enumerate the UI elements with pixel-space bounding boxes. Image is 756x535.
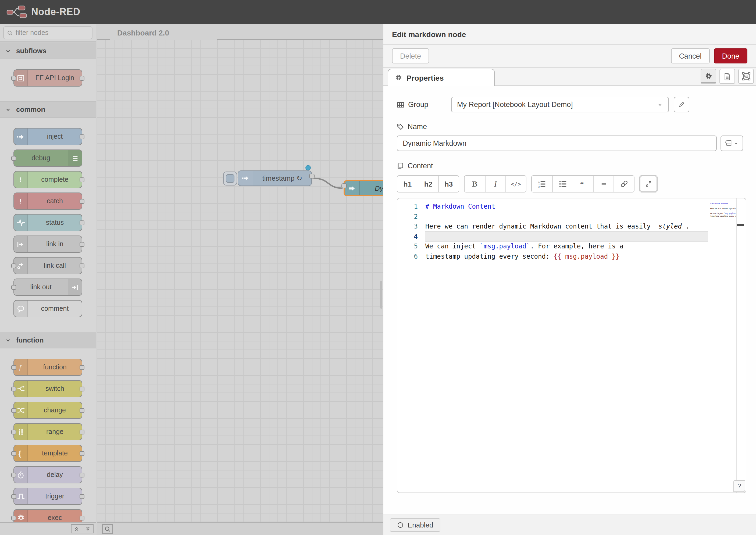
- palette-node-catch[interactable]: !catch: [14, 192, 82, 210]
- editor-type-button-appearance[interactable]: [738, 69, 754, 84]
- code-button[interactable]: </>: [505, 176, 526, 192]
- inject-icon: [17, 132, 25, 141]
- editor-type-button-gear[interactable]: [701, 69, 716, 84]
- node-dynamic-markdown[interactable]: Dynamic Markdown: [344, 180, 383, 196]
- node-timestamp[interactable]: timestamp ↻: [238, 170, 312, 186]
- palette-search-placeholder: filter nodes: [15, 29, 48, 37]
- node-port: [11, 494, 16, 499]
- inject-icon: [241, 174, 249, 182]
- change-icon: [16, 406, 25, 414]
- tray-footer: Enabled: [383, 515, 756, 535]
- table-icon: [397, 101, 404, 108]
- node-port: [80, 263, 84, 268]
- palette-node-link-out[interactable]: link out: [14, 278, 82, 296]
- palette-collapse-all-button[interactable]: [71, 524, 82, 533]
- h1-button[interactable]: h1: [397, 176, 418, 192]
- doc-icon: [723, 72, 731, 80]
- palette-node-label: comment: [28, 300, 82, 317]
- canvas-vertical-scrollbar[interactable]: [380, 281, 382, 309]
- wire-timestamp-to-markdown: [97, 40, 383, 384]
- hr-button[interactable]: [593, 176, 613, 192]
- palette-category-subflows[interactable]: subflows: [0, 42, 96, 59]
- palette-search-input[interactable]: filter nodes: [3, 26, 93, 39]
- palette-category-common[interactable]: common: [0, 101, 96, 118]
- palette-node-label: change: [28, 402, 82, 418]
- svg-text:ƒ: ƒ: [19, 363, 22, 371]
- node-output-port[interactable]: [309, 173, 315, 178]
- palette-scroll-area: subflowsFF API Logincommoninjectdebug!co…: [0, 42, 96, 522]
- flow-workspace[interactable]: timestamp ↻ Dynamic Markdown: [97, 40, 383, 522]
- exec-icon: [17, 514, 24, 521]
- flow-canvas: Dashboard 2.0 timestamp ↻ Dynamic Markdo…: [97, 24, 383, 535]
- palette-node-link-in[interactable]: link in: [14, 236, 82, 253]
- tab-properties[interactable]: Properties: [388, 69, 495, 86]
- editor-scroll-marker[interactable]: [737, 224, 744, 226]
- palette-node-inject[interactable]: inject: [14, 128, 82, 145]
- link-out-icon: [71, 283, 79, 291]
- palette-node-switch[interactable]: switch: [14, 380, 82, 397]
- palette-node-complete[interactable]: !complete: [14, 171, 82, 188]
- link-button[interactable]: [613, 176, 634, 192]
- palette-node-template[interactable]: {template: [14, 445, 82, 462]
- palette-node-debug[interactable]: debug: [14, 150, 82, 167]
- canvas-zoom-search-button[interactable]: [102, 524, 113, 534]
- node-port: [11, 451, 16, 456]
- palette-node-link-call[interactable]: link call: [14, 257, 82, 274]
- edit-group-button[interactable]: [674, 97, 689, 112]
- node-port: [80, 199, 84, 204]
- markdown-toolbar: h1h2h3BI</>123“: [397, 175, 746, 192]
- palette-node-label: inject: [28, 128, 82, 145]
- palette-node-label: link call: [28, 258, 82, 274]
- node-changed-indicator: [305, 165, 311, 170]
- expand-editor-button[interactable]: [640, 176, 657, 192]
- palette-node-label: delay: [28, 467, 82, 483]
- palette-node-function[interactable]: ƒfunction: [14, 359, 82, 376]
- bold-button[interactable]: B: [464, 176, 485, 192]
- inject-button[interactable]: [223, 172, 237, 185]
- tab-dashboard-2.0[interactable]: Dashboard 2.0: [110, 25, 217, 40]
- chevron-down-icon: [5, 337, 11, 343]
- markdown-code-editor[interactable]: 1# Markdown Content23Here we can render …: [397, 198, 746, 493]
- cancel-button[interactable]: Cancel: [671, 48, 710, 64]
- content-field-label: Content: [397, 162, 433, 170]
- palette-node-exec[interactable]: exec: [14, 509, 82, 522]
- editor-type-button-doc[interactable]: [719, 69, 735, 84]
- palette-node-label: link in: [28, 236, 82, 252]
- h2-button[interactable]: h2: [418, 176, 438, 192]
- italic-button[interactable]: I: [485, 176, 505, 192]
- status-icon: [16, 218, 25, 227]
- group-select-value: My Report [Notebook Layout Demo]: [457, 100, 573, 109]
- palette-node-status[interactable]: status: [14, 214, 82, 231]
- delete-button[interactable]: Delete: [392, 48, 429, 64]
- expand-icon: [645, 180, 652, 188]
- line-text: We can inject `msg.payload`. For example…: [425, 241, 708, 251]
- name-type-button[interactable]: [720, 135, 743, 151]
- complete-icon: !: [17, 176, 25, 183]
- palette-node-FF-API-Login[interactable]: FF API Login: [14, 70, 82, 87]
- unordered-list-button[interactable]: [552, 176, 573, 192]
- palette-node-label: debug: [14, 150, 68, 166]
- group-select[interactable]: My Report [Notebook Layout Demo]: [451, 97, 669, 112]
- quote-button[interactable]: “: [573, 176, 593, 192]
- palette-category-function[interactable]: function: [0, 332, 96, 349]
- palette-node-comment[interactable]: comment: [14, 300, 82, 317]
- editor-help-button[interactable]: ?: [733, 480, 745, 492]
- palette-node-label: FF API Login: [28, 70, 82, 86]
- done-button[interactable]: Done: [714, 48, 747, 64]
- ordered-list-button[interactable]: 123: [532, 176, 552, 192]
- line-text: [425, 211, 708, 221]
- code-lines: 1# Markdown Content23Here we can render …: [397, 202, 746, 261]
- name-input[interactable]: [397, 135, 717, 151]
- palette-node-range[interactable]: range: [14, 423, 82, 440]
- palette-expand-all-button[interactable]: [82, 524, 94, 533]
- node-enabled-toggle[interactable]: Enabled: [390, 518, 440, 532]
- node-port: [80, 494, 84, 499]
- node-port: [80, 177, 84, 182]
- h3-button[interactable]: h3: [438, 176, 459, 192]
- function-icon: ƒ: [17, 363, 25, 371]
- node-input-port[interactable]: [342, 183, 347, 188]
- palette-node-change[interactable]: change: [14, 402, 82, 419]
- palette-node-delay[interactable]: delay: [14, 466, 82, 483]
- palette-node-trigger[interactable]: trigger: [14, 488, 82, 505]
- line-text: # Markdown Content: [425, 202, 708, 211]
